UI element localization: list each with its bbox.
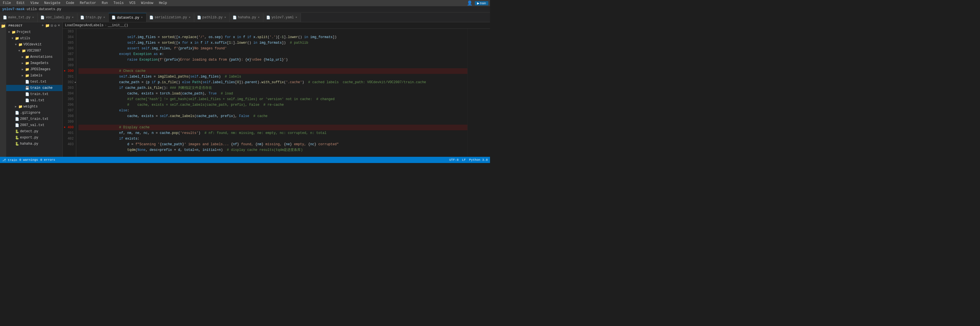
tree-item-hahaha-py[interactable]: ▶ 🐍 hahaha.py (6, 141, 62, 147)
tree-item-test-txt[interactable]: ▶ 📄 test.txt (6, 79, 62, 85)
tab-label: datasets.py (117, 16, 139, 20)
tab-close[interactable]: × (224, 16, 227, 19)
new-file-icon[interactable]: + (41, 24, 44, 28)
explorer-icon[interactable]: 📁 (0, 24, 6, 28)
tab-serialization[interactable]: 📄 serialization.py × (146, 13, 194, 22)
menu-help[interactable]: Help (158, 1, 168, 5)
menu-view[interactable]: View (29, 1, 40, 5)
tab-close[interactable]: × (140, 16, 143, 19)
tab-pathlib[interactable]: 📄 pathlib.py × (194, 13, 230, 22)
tree-arrow: ▼ (18, 49, 21, 52)
tree-label: Project (17, 30, 31, 34)
tab-icon: 📄 (266, 16, 270, 20)
errors-count[interactable]: 0 errors (40, 158, 55, 161)
warnings-count[interactable]: 0 warnings (19, 158, 38, 161)
menu-tools[interactable]: Tools (112, 1, 125, 5)
tree-item-val-txt[interactable]: ▶ 📄 val.txt (6, 97, 62, 103)
sidebar: Project + 📁 ⊟ ⚙ × ▼ 📁 Project ▼ 📁 utils (6, 22, 63, 157)
tree-item-detect-py[interactable]: ▶ 🐍 detect.py (6, 128, 62, 135)
tab-label: train.py (86, 16, 102, 19)
tree-arrow: ▶ (21, 62, 24, 65)
title-folder[interactable]: utils (27, 7, 37, 11)
title-sep1: › (25, 7, 27, 11)
tree-item-vocdevkit[interactable]: ▼ 📁 VOCdevkit (6, 41, 62, 47)
encoding[interactable]: UTF-8 (449, 158, 459, 161)
line-num-393: 393 (63, 85, 76, 91)
menu-file[interactable]: File (2, 1, 12, 5)
collapse-icon[interactable]: ⊟ (51, 24, 53, 28)
tab-close[interactable]: × (72, 16, 74, 19)
tree-label: test.txt (30, 80, 46, 84)
tab-label: hahaha.py (238, 16, 256, 19)
profile-icon[interactable]: 👤 (467, 0, 473, 6)
vcs-branch[interactable]: ⎇ train (2, 158, 17, 162)
tab-close[interactable]: × (258, 16, 260, 19)
tab-train[interactable]: 📄 train.py × (77, 13, 109, 22)
folder-icon: 📁 (25, 55, 29, 59)
tree-item-utils[interactable]: ▼ 📁 utils (6, 35, 62, 41)
tree-item-annotations[interactable]: ▶ 📁 Annotations (6, 54, 62, 60)
tree-arrow: ▼ (7, 31, 11, 34)
statusbar: ⎇ train 0 warnings 0 errors UTF-8 LF Pyt… (0, 157, 490, 163)
code-line-383: self.img_files = sorted([x.replace('/', … (78, 29, 468, 35)
menu-window[interactable]: Window (140, 1, 154, 5)
statusbar-right: UTF-8 LF Python 3.8 (449, 158, 488, 161)
tab-icon: 📄 (149, 16, 154, 20)
folder-icon: 📁 (18, 104, 22, 109)
project-name[interactable]: yolov7-mask (2, 7, 25, 11)
tab-close[interactable]: × (188, 16, 191, 19)
folder-icon: 📁 (25, 61, 29, 65)
tab-icon: 📄 (3, 16, 7, 20)
menu-edit[interactable]: Edit (16, 1, 26, 5)
tree-item-jpegimages[interactable]: ▶ 📁 JPEGImages (6, 66, 62, 73)
tab-close[interactable]: × (32, 16, 35, 19)
settings-icon[interactable]: ⚙ (54, 24, 56, 28)
tab-close[interactable]: × (103, 16, 105, 19)
folder-icon: 📁 (11, 30, 16, 35)
line-num-394: 394 (63, 91, 76, 97)
code-editor[interactable]: 383 384 385 386 387 388 389 390 391 392 … (63, 29, 490, 157)
menu-run[interactable]: Run (100, 1, 109, 5)
tab-make-txt[interactable]: 📄 make_txt.py × (0, 13, 38, 22)
tree-item-gitignore[interactable]: ▶ 📄 .gitignore (6, 110, 62, 116)
tree-item-2007-val[interactable]: ▶ 📄 2007_val.txt (6, 122, 62, 128)
file-icon: 📄 (25, 98, 29, 103)
folder-icon: 📁 (25, 67, 29, 72)
breadcrumb-method[interactable]: __init__() (108, 24, 128, 27)
python-version[interactable]: Python 3.8 (469, 158, 488, 161)
statusbar-left: ⎇ train 0 warnings 0 errors (2, 158, 55, 162)
tree-label: export.py (20, 136, 38, 139)
tree-item-2007-train[interactable]: ▶ 📄 2007_train.txt (6, 116, 62, 122)
menu-navigate[interactable]: Navigate (43, 1, 62, 5)
tree-item-labels[interactable]: ▶ 📁 labels (6, 73, 62, 79)
close-sidebar-icon[interactable]: × (58, 24, 60, 28)
tree-item-train-txt[interactable]: ▶ 📄 train.txt (6, 91, 62, 97)
activity-bar: 📁 (0, 22, 6, 157)
tab-yolov7-yaml[interactable]: 📄 yolov7.yaml × (263, 13, 301, 22)
tree-item-voc2007[interactable]: ▼ 📁 VOC2007 (6, 47, 62, 54)
menu-refactor[interactable]: Refactor (79, 1, 97, 5)
line-num-386: 386 (63, 46, 76, 51)
file-icon: 🐍 (15, 130, 19, 134)
run-button[interactable]: ▶ train (475, 1, 488, 5)
tree-item-export-py[interactable]: ▶ 🐍 export.py (6, 135, 62, 141)
tab-hahaha[interactable]: 📄 hahaha.py × (230, 13, 263, 22)
tree-item-imagesets[interactable]: ▶ 📁 ImageSets (6, 60, 62, 66)
menu-code[interactable]: Code (65, 1, 75, 5)
breadcrumb: LoadImagesAndLabels › __init__() (63, 22, 490, 29)
code-lines[interactable]: self.img_files = sorted([x.replace('/', … (76, 29, 468, 157)
tree-item-train-cache[interactable]: ▶ 💾 train cache (6, 85, 62, 91)
menu-vcs[interactable]: VCS (128, 1, 137, 5)
breadcrumb-class[interactable]: LoadImagesAndLabels (65, 24, 103, 27)
tree-item-weights[interactable]: ▶ 📁 weights (6, 103, 62, 110)
tab-close[interactable]: × (295, 16, 298, 19)
tab-voc-label[interactable]: 📄 voc_label.py × (38, 13, 77, 22)
line-ending[interactable]: LF (462, 158, 466, 161)
tree-item-project[interactable]: ▼ 📁 Project (6, 29, 62, 35)
folder-icon: 📁 (15, 36, 19, 41)
new-folder-icon[interactable]: 📁 (45, 24, 50, 28)
tree-arrow: ▼ (11, 37, 14, 40)
tab-datasets[interactable]: 📄 datasets.py × (109, 13, 146, 22)
title-file[interactable]: datasets.py (39, 7, 61, 11)
tree-label: utils (20, 36, 30, 40)
